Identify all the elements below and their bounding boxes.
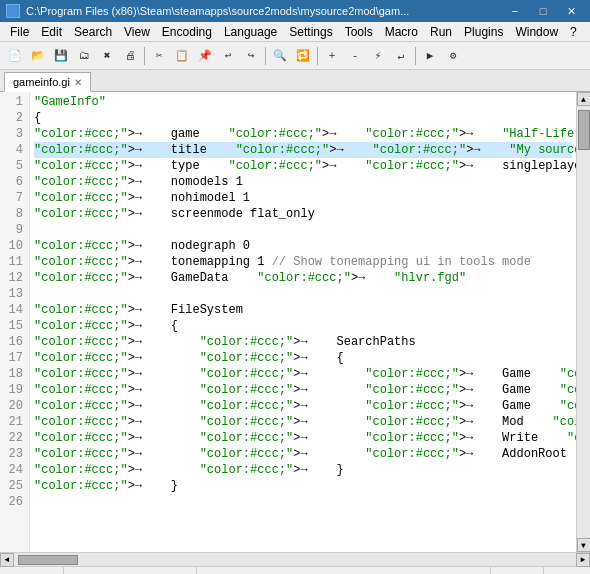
vertical-scrollbar[interactable]: ▲ ▼ — [576, 92, 590, 552]
scroll-thumb-v[interactable] — [578, 110, 590, 150]
code-line-10[interactable]: "color:#ccc;">→ nodegraph 0 — [34, 238, 572, 254]
menu-item-search[interactable]: Search — [68, 23, 118, 41]
scroll-track-h[interactable] — [14, 553, 576, 566]
toolbar-wrap[interactable]: ↵ — [390, 45, 412, 67]
maximize-button[interactable]: □ — [530, 1, 556, 21]
horizontal-scrollbar-container: ◄ ► — [0, 552, 590, 566]
toolbar-redo[interactable]: ↪ — [240, 45, 262, 67]
menu-item-plugins[interactable]: Plugins — [458, 23, 509, 41]
menu-item-macro[interactable]: Macro — [379, 23, 424, 41]
toolbar-find[interactable]: 🔍 — [269, 45, 291, 67]
code-line-5[interactable]: "color:#ccc;">→ type "color:#ccc;">→ "co… — [34, 158, 572, 174]
code-line-11[interactable]: "color:#ccc;">→ tonemapping 1 // Show to… — [34, 254, 572, 270]
scroll-up-button[interactable]: ▲ — [577, 92, 591, 106]
scroll-right-button[interactable]: ► — [576, 553, 590, 567]
code-line-19[interactable]: "color:#ccc;">→ "color:#ccc;">→ "color:#… — [34, 382, 572, 398]
code-line-14[interactable]: "color:#ccc;">→ FileSystem — [34, 302, 572, 318]
code-line-2[interactable]: { — [34, 110, 572, 126]
scroll-down-button[interactable]: ▼ — [577, 538, 591, 552]
line-num-1: 1 — [6, 94, 23, 110]
toolbar-macro[interactable]: ▶ — [419, 45, 441, 67]
code-line-26[interactable] — [34, 494, 572, 510]
code-line-25[interactable]: "color:#ccc;">→ } — [34, 478, 572, 494]
menu-item-file[interactable]: File — [4, 23, 35, 41]
toolbar-new[interactable]: 📄 — [4, 45, 26, 67]
toolbar-replace[interactable]: 🔁 — [292, 45, 314, 67]
status-mode: INS — [544, 567, 582, 574]
minimize-button[interactable]: − — [502, 1, 528, 21]
line-num-7: 7 — [6, 190, 23, 206]
editor-area: 1234567891011121314151617181920212223242… — [0, 92, 590, 552]
code-line-6[interactable]: "color:#ccc;">→ nomodels 1 — [34, 174, 572, 190]
code-line-7[interactable]: "color:#ccc;">→ nohimodel 1 — [34, 190, 572, 206]
code-line-13[interactable] — [34, 286, 572, 302]
line-num-23: 23 — [6, 446, 23, 462]
code-line-1[interactable]: "GameInfo" — [34, 94, 572, 110]
code-line-3[interactable]: "color:#ccc;">→ game "color:#ccc;">→ "co… — [34, 126, 572, 142]
code-line-12[interactable]: "color:#ccc;">→ GameData "color:#ccc;">→… — [34, 270, 572, 286]
menu-item-encoding[interactable]: Encoding — [156, 23, 218, 41]
menu-item-tools[interactable]: Tools — [339, 23, 379, 41]
toolbar-undo[interactable]: ↩ — [217, 45, 239, 67]
horizontal-scrollbar[interactable]: ◄ ► — [0, 553, 590, 566]
line-num-15: 15 — [6, 318, 23, 334]
line-num-8: 8 — [6, 206, 23, 222]
code-line-22[interactable]: "color:#ccc;">→ "color:#ccc;">→ "color:#… — [34, 430, 572, 446]
toolbar-save[interactable]: 💾 — [50, 45, 72, 67]
toolbar-zoom-out[interactable]: - — [344, 45, 366, 67]
menu-item-window[interactable]: Window — [509, 23, 564, 41]
code-line-16[interactable]: "color:#ccc;">→ "color:#ccc;">→ SearchPa… — [34, 334, 572, 350]
menu-item-settings[interactable]: Settings — [283, 23, 338, 41]
app-icon — [6, 4, 20, 18]
line-num-9: 9 — [6, 222, 23, 238]
code-line-23[interactable]: "color:#ccc;">→ "color:#ccc;">→ "color:#… — [34, 446, 572, 462]
code-line-4[interactable]: "color:#ccc;">→ title "color:#ccc;">→ "c… — [34, 142, 572, 158]
menu-item-?[interactable]: ? — [564, 23, 583, 41]
status-encoding: UTF-8 — [491, 567, 543, 574]
line-num-16: 16 — [6, 334, 23, 350]
toolbar-cut[interactable]: ✂ — [148, 45, 170, 67]
code-line-24[interactable]: "color:#ccc;">→ "color:#ccc;">→ } — [34, 462, 572, 478]
tab-label: gameinfo.gi — [13, 76, 70, 88]
menu-item-language[interactable]: Language — [218, 23, 283, 41]
title-bar: C:\Program Files (x86)\Steam\steamapps\s… — [0, 0, 590, 22]
toolbar-sync[interactable]: ⚡ — [367, 45, 389, 67]
menu-item-edit[interactable]: Edit — [35, 23, 68, 41]
tab-bar: gameinfo.gi ✕ — [0, 70, 590, 92]
scroll-thumb-h[interactable] — [18, 555, 78, 565]
toolbar-plugin[interactable]: ⚙ — [442, 45, 464, 67]
code-editor[interactable]: "GameInfo"{ "color:#ccc;">→ game "color:… — [30, 92, 576, 552]
scroll-left-button[interactable]: ◄ — [0, 553, 14, 567]
separator-1 — [144, 47, 145, 65]
toolbar: 📄 📂 💾 🗂 ✖ 🖨 ✂ 📋 📌 ↩ ↪ 🔍 🔁 + - ⚡ ↵ ▶ ⚙ — [0, 42, 590, 70]
close-button[interactable]: ✕ — [558, 1, 584, 21]
toolbar-print[interactable]: 🖨 — [119, 45, 141, 67]
toolbar-zoom-in[interactable]: + — [321, 45, 343, 67]
line-numbers: 1234567891011121314151617181920212223242… — [0, 92, 30, 552]
line-num-13: 13 — [6, 286, 23, 302]
code-line-9[interactable] — [34, 222, 572, 238]
code-line-15[interactable]: "color:#ccc;">→ { — [34, 318, 572, 334]
menu-item-view[interactable]: View — [118, 23, 156, 41]
line-num-19: 19 — [6, 382, 23, 398]
toolbar-open[interactable]: 📂 — [27, 45, 49, 67]
toolbar-paste[interactable]: 📌 — [194, 45, 216, 67]
code-line-17[interactable]: "color:#ccc;">→ "color:#ccc;">→ { — [34, 350, 572, 366]
tab-close-button[interactable]: ✕ — [74, 77, 82, 88]
toolbar-copy[interactable]: 📋 — [171, 45, 193, 67]
menu-bar: FileEditSearchViewEncodingLanguageSettin… — [0, 22, 590, 42]
line-num-17: 17 — [6, 350, 23, 366]
status-bar: length : 0 Ln : 4 Col : 5 Sel : 0 | 0 Wi… — [0, 566, 590, 574]
separator-4 — [415, 47, 416, 65]
tab-gameinfo[interactable]: gameinfo.gi ✕ — [4, 72, 91, 92]
scroll-track-v[interactable] — [577, 106, 590, 538]
code-line-18[interactable]: "color:#ccc;">→ "color:#ccc;">→ "color:#… — [34, 366, 572, 382]
toolbar-close[interactable]: ✖ — [96, 45, 118, 67]
menu-item-run[interactable]: Run — [424, 23, 458, 41]
code-line-21[interactable]: "color:#ccc;">→ "color:#ccc;">→ "color:#… — [34, 414, 572, 430]
code-line-20[interactable]: "color:#ccc;">→ "color:#ccc;">→ "color:#… — [34, 398, 572, 414]
line-num-12: 12 — [6, 270, 23, 286]
toolbar-saveall[interactable]: 🗂 — [73, 45, 95, 67]
code-line-8[interactable]: "color:#ccc;">→ screenmode flat_only — [34, 206, 572, 222]
line-num-18: 18 — [6, 366, 23, 382]
